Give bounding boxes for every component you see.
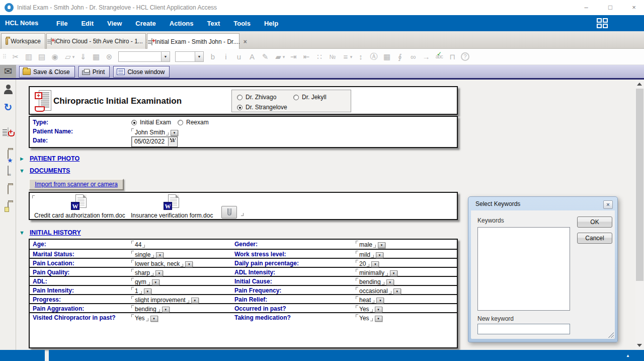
menu-view[interactable]: View — [107, 20, 122, 27]
attach-icon[interactable]: ∮ — [393, 52, 407, 61]
field-dropdown-icon[interactable]: ▼ — [376, 298, 384, 304]
editable-field[interactable]: mild▼ — [356, 251, 383, 258]
scroll-up-icon[interactable] — [637, 83, 642, 86]
sync-icon[interactable]: ↻ — [0, 101, 16, 115]
table-icon[interactable]: ▦ — [380, 52, 393, 61]
resize-grip[interactable] — [608, 332, 614, 338]
section-title[interactable]: PATIENT PHOTO — [30, 155, 79, 162]
editable-field[interactable]: Yes▼ — [356, 315, 382, 322]
maximize-icon[interactable]: □ — [602, 0, 619, 15]
status-expand-icon[interactable]: ▲ — [626, 353, 630, 358]
minimize-icon[interactable]: – — [578, 0, 595, 15]
close-window-icon[interactable]: × — [625, 0, 642, 15]
close-window-button[interactable]: Close window — [113, 66, 170, 78]
keywords-listbox[interactable] — [477, 227, 570, 311]
tab-workspace[interactable]: Workspace — [1, 33, 45, 49]
field-dropdown-icon[interactable]: ▼ — [375, 316, 382, 322]
menu-actions[interactable]: Actions — [170, 20, 194, 27]
replicator-icon[interactable] — [0, 166, 16, 180]
field-dropdown-icon[interactable]: ▼ — [376, 252, 383, 258]
pencil-icon[interactable]: ✎ — [259, 52, 272, 61]
print-button[interactable]: Print — [78, 66, 110, 78]
field-dropdown-icon[interactable]: ▼ — [185, 261, 193, 267]
drag-handle[interactable]: ⠿ — [0, 53, 9, 60]
save-close-button[interactable]: Save & Close — [19, 66, 75, 78]
tab-ichiro-cloud-5th-ave-chiro-1[interactable]: iChiro Cloud - 5th Ave Chiro - 1...× — [46, 33, 146, 49]
delete-icon[interactable]: ⊗ — [103, 52, 116, 61]
field-dropdown-icon[interactable]: ▼ — [171, 130, 178, 136]
twistie-expanded-icon[interactable]: ▼ — [19, 230, 25, 236]
bookmarks-folder-icon[interactable]: ★ — [0, 150, 16, 164]
field-dropdown-icon[interactable]: ▼ — [191, 298, 199, 304]
mail-icon[interactable]: ✉ — [0, 65, 16, 78]
mail-icon[interactable] — [619, 18, 632, 29]
paste-icon[interactable]: ▤ — [35, 52, 48, 61]
copy-as-link-icon[interactable]: ◉ — [48, 52, 61, 61]
field-dropdown-icon[interactable]: ▼ — [144, 288, 151, 295]
tab-close-icon[interactable]: × — [244, 38, 247, 45]
field-dropdown-icon[interactable]: ▼ — [378, 242, 385, 248]
type-option-initial-exam[interactable]: Initial Exam — [131, 119, 171, 126]
text-color-icon[interactable]: A — [246, 52, 259, 61]
align-caret[interactable]: ▾ — [348, 54, 354, 59]
folder-icon[interactable] — [0, 185, 16, 199]
radio-icon[interactable] — [237, 95, 243, 100]
underline-icon[interactable]: u — [232, 52, 246, 61]
hotspot-icon[interactable]: ∞ — [407, 52, 420, 61]
section-title[interactable]: INITIAL HISTORY — [30, 229, 81, 236]
editable-field[interactable]: 1▼ — [131, 287, 151, 295]
editable-field[interactable]: occasional▼ — [356, 287, 401, 295]
menu-file[interactable]: File — [56, 20, 67, 27]
import-icon[interactable]: ⇓ — [76, 52, 90, 61]
menu-create[interactable]: Create — [135, 20, 155, 27]
vertical-scrollbar[interactable] — [635, 80, 644, 350]
word-document-icon[interactable]: W — [71, 194, 87, 210]
editable-field[interactable]: bending▼ — [131, 306, 170, 313]
doctor-option-dr-strangelove[interactable]: Dr. Strangelove — [237, 104, 287, 111]
bold-icon[interactable]: b — [206, 52, 219, 61]
dialog-close-icon[interactable]: × — [603, 200, 613, 209]
cut-icon[interactable]: ✂ — [9, 52, 22, 61]
tab-initial-exam-smith-john-dr[interactable]: Initial Exam - Smith John - Dr....× — [147, 33, 239, 49]
field-dropdown-icon[interactable]: ▼ — [156, 252, 164, 258]
highlighter-caret[interactable]: ▾ — [281, 54, 287, 59]
type-option-reexam[interactable]: Reexam — [178, 119, 209, 126]
field-dropdown-icon[interactable]: ▼ — [386, 279, 394, 285]
editable-field[interactable]: 20▼ — [356, 260, 379, 267]
editable-field[interactable]: bending▼ — [356, 278, 394, 285]
patient-name-value[interactable]: John Smith▼ — [131, 129, 178, 136]
radio-icon[interactable] — [131, 120, 137, 125]
ichiro-app-icon[interactable] — [0, 128, 16, 142]
new-keyword-input[interactable] — [477, 324, 570, 334]
menu-edit[interactable]: Edit — [81, 20, 94, 27]
new-document-caret[interactable]: ▾ — [70, 54, 76, 59]
size-combo-arrow-icon[interactable]: ▼ — [195, 52, 203, 61]
help-icon[interactable]: ? — [461, 52, 469, 61]
date-picker-icon[interactable]: 16 — [168, 137, 177, 146]
field-dropdown-icon[interactable]: ▼ — [155, 270, 163, 276]
editable-field[interactable]: slight improvement▼ — [131, 297, 199, 304]
date-field[interactable]: 05/02/2022 16 — [131, 136, 178, 147]
word-document-icon[interactable]: W — [164, 194, 179, 210]
ok-button[interactable]: OK — [577, 216, 612, 228]
field-dropdown-icon[interactable]: ▼ — [371, 261, 379, 267]
text-properties-icon[interactable]: Ⓐ — [367, 52, 380, 61]
doctor-option-dr-zhivago[interactable]: Dr. Zhivago — [237, 94, 276, 101]
indent-icon[interactable]: ⇥ — [287, 52, 300, 61]
italic-icon[interactable]: i — [219, 52, 232, 61]
editable-field[interactable]: minimally▼ — [356, 269, 397, 276]
import-from-scanner-button[interactable]: Import from scanner or camera — [29, 179, 124, 190]
editable-field[interactable]: Yes▼ — [131, 315, 158, 322]
section-documents[interactable]: ▼ DOCUMENTS — [19, 167, 70, 174]
section-patient-photo[interactable]: ► PATIENT PHOTO — [19, 155, 79, 162]
home-icon[interactable] — [573, 18, 586, 29]
menu-text[interactable]: Text — [207, 20, 220, 27]
editable-field[interactable]: lower back, neck▼ — [131, 260, 193, 267]
font-combo[interactable]: ▼ — [118, 51, 170, 62]
copy-icon[interactable]: ▥ — [22, 52, 35, 61]
editable-field[interactable]: heat▼ — [356, 297, 384, 304]
editable-field[interactable]: Yes▼ — [356, 306, 382, 313]
open-list-icon[interactable] — [596, 18, 609, 29]
go-icon[interactable]: → — [420, 52, 433, 61]
field-dropdown-icon[interactable]: ▼ — [390, 270, 397, 276]
